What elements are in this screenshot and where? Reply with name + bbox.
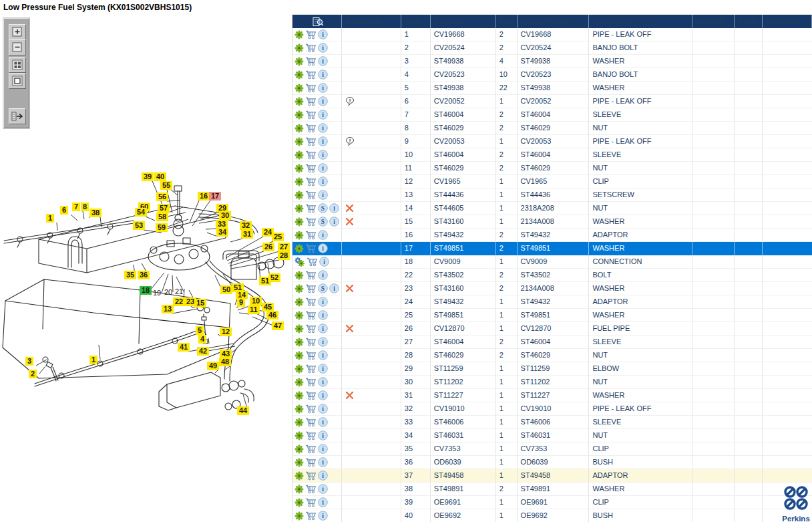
gear-icon[interactable] (294, 124, 304, 133)
callout-2[interactable]: 2 (29, 370, 37, 378)
cart-icon[interactable] (305, 123, 317, 133)
column-header[interactable]: Item (401, 15, 431, 28)
info-icon[interactable]: i (318, 377, 328, 387)
callout-44[interactable]: 44 (237, 406, 249, 415)
cart-icon[interactable] (305, 56, 317, 66)
cart-icon[interactable] (307, 257, 318, 267)
info-icon[interactable]: i (319, 257, 329, 267)
column-header[interactable]: Description (589, 15, 692, 28)
gear-icon[interactable] (294, 97, 304, 106)
callout-8[interactable]: 8 (81, 203, 89, 211)
callout-56[interactable]: 56 (156, 192, 168, 201)
info-icon[interactable]: i (318, 270, 328, 280)
gear-icon[interactable] (294, 57, 304, 66)
callout-58[interactable]: 58 (156, 213, 168, 221)
table-row[interactable]: i18CV90091CV9009CONNECTION (292, 255, 812, 269)
cart-icon[interactable] (305, 457, 317, 467)
zoom-in-button[interactable] (9, 24, 26, 40)
info-icon[interactable]: i (318, 390, 328, 400)
column-header-icons[interactable] (292, 15, 342, 28)
table-row[interactable]: i11ST460292ST46029NUT (292, 162, 812, 175)
callout-27[interactable]: 27 (278, 243, 290, 251)
table-row[interactable]: i37ST494581ST49458ADAPTOR (292, 469, 812, 483)
callout-42[interactable]: 42 (197, 347, 209, 356)
info-icon[interactable]: i (318, 176, 328, 186)
gear-icon[interactable] (294, 485, 304, 494)
callout-22[interactable]: 22 (173, 297, 185, 306)
callout-34[interactable]: 34 (216, 228, 228, 237)
cart-icon[interactable] (305, 283, 317, 293)
info-icon[interactable]: i (329, 217, 339, 227)
callout-4[interactable]: 4 (198, 335, 206, 344)
callout-1[interactable]: 1 (46, 214, 54, 223)
gear-icon[interactable] (294, 164, 304, 173)
info-icon[interactable]: i (318, 110, 328, 120)
gear-icon[interactable] (294, 284, 304, 293)
column-header[interactable]: Comment (763, 15, 812, 28)
info-icon[interactable]: i (318, 511, 328, 521)
table-row[interactable]: i !9CV200531CV20053PIPE - LEAK OFF (292, 135, 812, 148)
column-header[interactable]: Qty. (496, 15, 518, 28)
cart-icon[interactable] (305, 390, 317, 400)
callout-54[interactable]: 54 (135, 208, 147, 217)
gear-icon[interactable] (294, 324, 304, 334)
table-row[interactable]: i30ST112021ST11202NUT (292, 376, 812, 389)
info-icon[interactable]: i (318, 43, 328, 53)
column-header[interactable]: Symbol(s) (342, 15, 401, 28)
gear-icon[interactable] (294, 351, 304, 360)
cart-icon[interactable] (305, 444, 317, 454)
table-row[interactable]: i33ST460061ST46006SLEEVE (292, 416, 812, 429)
gear-icon[interactable] (294, 338, 304, 347)
info-icon[interactable]: i (318, 404, 328, 414)
callout-28[interactable]: 28 (278, 251, 290, 260)
table-row[interactable]: i 31ST112271ST11227WASHER (292, 389, 812, 402)
info-icon[interactable]: i (318, 243, 328, 253)
gear-icon[interactable] (294, 30, 304, 39)
table-row[interactable]: i16ST494322ST49432ADAPTOR (292, 229, 812, 242)
callout-11[interactable]: 11 (248, 305, 260, 314)
cart-icon[interactable] (305, 110, 317, 120)
callout-41[interactable]: 41 (178, 343, 190, 352)
table-row[interactable]: i39OE96911OE9691CLIP (292, 496, 812, 509)
callout-17[interactable]: 17 (209, 192, 221, 201)
cart-icon[interactable] (305, 337, 317, 347)
supersession-icon[interactable]: S (318, 203, 328, 213)
cart-icon[interactable] (305, 150, 317, 160)
gear-icon[interactable] (294, 217, 304, 227)
supersession-icon[interactable]: S (318, 283, 328, 293)
cart-icon[interactable] (305, 430, 317, 440)
gear-icon[interactable] (294, 110, 304, 120)
table-row[interactable]: i !6CV200521CV20052PIPE - LEAK OFF (292, 95, 812, 108)
info-icon[interactable]: i (318, 457, 328, 467)
callout-57[interactable]: 57 (158, 204, 170, 213)
callout-35[interactable]: 35 (124, 271, 136, 279)
cart-icon[interactable] (305, 270, 317, 280)
gear-icon[interactable] (294, 190, 304, 200)
gear-icon[interactable] (294, 297, 304, 307)
table-row[interactable]: i 26CV128701CV12870FUEL PIPE (292, 322, 812, 336)
gear-icon[interactable] (294, 431, 304, 440)
cart-icon[interactable] (305, 323, 317, 334)
zoom-out-button[interactable] (9, 39, 26, 55)
cart-icon[interactable] (305, 83, 317, 93)
table-row[interactable]: i3ST499384ST49938WASHER (292, 55, 812, 68)
fit-view-button[interactable] (9, 73, 26, 89)
gear-icon[interactable] (294, 378, 304, 387)
cart-icon[interactable] (305, 497, 317, 507)
supersession-icon[interactable]: S (318, 217, 328, 227)
cart-icon[interactable] (305, 377, 317, 387)
callout-47[interactable]: 47 (272, 321, 284, 330)
callout-48[interactable]: 48 (219, 358, 231, 366)
cart-icon[interactable] (305, 96, 317, 106)
callout-59[interactable]: 59 (156, 223, 168, 232)
cart-icon[interactable] (305, 243, 317, 253)
callout-12[interactable]: 12 (220, 328, 232, 336)
cart-icon[interactable] (305, 230, 317, 240)
info-icon[interactable]: i (318, 230, 328, 240)
callout-21[interactable]: 21 (173, 287, 185, 296)
column-header[interactable]: Latest Part No. (518, 15, 590, 28)
table-row[interactable]: i12CV19651CV1965CLIP (292, 175, 812, 188)
info-icon[interactable]: i (318, 497, 328, 507)
callout-18[interactable]: 18 (140, 286, 152, 295)
callout-30[interactable]: 30 (219, 211, 231, 220)
